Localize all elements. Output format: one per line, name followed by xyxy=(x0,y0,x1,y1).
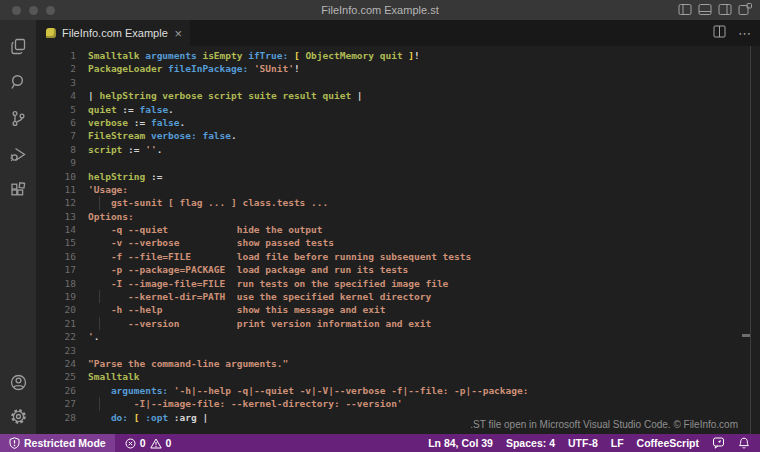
line-text: script := ''. xyxy=(76,143,162,156)
line-number: 2 xyxy=(36,62,76,75)
line-number: 19 xyxy=(36,290,76,303)
line-number: 6 xyxy=(36,116,76,129)
status-bar: Restricted Mode 0 0 Ln 84, Col 39 Spaces… xyxy=(0,434,760,452)
line-number: 25 xyxy=(36,370,76,383)
line-text: --kernel-dir=PATH use the specified kern… xyxy=(76,290,431,303)
line-number: 7 xyxy=(36,129,76,142)
code-line[interactable]: 13Options: xyxy=(36,210,760,223)
code-line[interactable]: 25Smalltalk xyxy=(36,370,760,383)
code-line[interactable]: 2PackageLoader fileInPackage: 'SUnit'! xyxy=(36,62,760,75)
code-editor[interactable]: 1Smalltalk arguments isEmpty ifTrue: [ O… xyxy=(36,46,760,434)
code-line[interactable]: 16 -f --file=FILE load file before runni… xyxy=(36,250,760,263)
line-number: 24 xyxy=(36,357,76,370)
line-text: --version print version information and … xyxy=(76,317,431,330)
tab-close-icon[interactable]: × xyxy=(174,27,182,40)
source-control-icon[interactable] xyxy=(6,106,30,130)
indent-guide xyxy=(99,397,100,410)
line-text: -I --image-file=FILE run tests on the sp… xyxy=(76,277,448,290)
line-text: quiet := false. xyxy=(76,103,174,116)
notifications-bell-icon[interactable] xyxy=(738,437,750,450)
run-and-debug-icon[interactable] xyxy=(6,142,30,166)
line-text: -q --quiet hide the output xyxy=(76,223,323,236)
zoom-window-button[interactable] xyxy=(46,6,55,15)
line-number: 23 xyxy=(36,344,76,357)
error-icon xyxy=(125,438,136,449)
code-line[interactable]: 12 gst-sunit [ flag ... ] class.tests ..… xyxy=(36,196,760,209)
overview-ruler-marker xyxy=(742,334,750,337)
activity-bar xyxy=(0,20,36,434)
smalltalk-file-icon xyxy=(46,28,56,38)
line-number: 9 xyxy=(36,156,76,169)
line-text xyxy=(76,344,88,357)
line-number: 4 xyxy=(36,89,76,102)
explorer-icon[interactable] xyxy=(6,34,30,58)
code-line[interactable]: 10helpString := xyxy=(36,170,760,183)
code-line[interactable]: 19 --kernel-dir=PATH use the specified k… xyxy=(36,290,760,303)
code-line[interactable]: 21 --version print version information a… xyxy=(36,317,760,330)
line-text: helpString := xyxy=(76,170,162,183)
line-text: Options: xyxy=(76,210,134,223)
line-number: 12 xyxy=(36,196,76,209)
line-number: 13 xyxy=(36,210,76,223)
indent-guide xyxy=(99,317,100,330)
eol-status[interactable]: LF xyxy=(611,437,624,449)
line-text: '. xyxy=(76,330,99,343)
line-number: 28 xyxy=(36,411,76,424)
code-line[interactable]: 20 -h --help show this message and exit xyxy=(36,303,760,316)
restricted-mode-badge[interactable]: Restricted Mode xyxy=(0,434,115,452)
code-line[interactable]: 8script := ''. xyxy=(36,143,760,156)
line-number: 16 xyxy=(36,250,76,263)
code-line[interactable]: 18 -I --image-file=FILE run tests on the… xyxy=(36,277,760,290)
line-text: Smalltalk xyxy=(76,370,139,383)
code-line[interactable]: 23 xyxy=(36,344,760,357)
more-actions-icon[interactable]: ⋯ xyxy=(738,26,752,41)
code-line[interactable]: 14 -q --quiet hide the output xyxy=(36,223,760,236)
code-line[interactable]: 7FileStream verbose: false. xyxy=(36,129,760,142)
code-line[interactable]: 22'. xyxy=(36,330,760,343)
code-line[interactable]: 15 -v --verbose show passed tests xyxy=(36,236,760,249)
error-count: 0 xyxy=(140,437,146,449)
code-line[interactable]: 26 arguments: '-h|--help -q|--quiet -v|-… xyxy=(36,384,760,397)
code-line[interactable]: 9 xyxy=(36,156,760,169)
encoding-status[interactable]: UTF-8 xyxy=(568,437,598,449)
line-number: 5 xyxy=(36,103,76,116)
code-line[interactable]: 27 -I|--image-file: --kernel-directory: … xyxy=(36,397,760,410)
account-icon[interactable] xyxy=(6,370,30,394)
code-line[interactable]: 1Smalltalk arguments isEmpty ifTrue: [ O… xyxy=(36,49,760,62)
customize-layout-icon[interactable] xyxy=(738,3,752,16)
editor-region: FileInfo.com Example.st × ⋯ 1Smalltalk a… xyxy=(36,20,760,434)
line-text: arguments: '-h|--help -q|--quiet -v|-V|-… xyxy=(76,384,528,397)
line-number: 20 xyxy=(36,303,76,316)
settings-gear-icon[interactable] xyxy=(6,404,30,428)
indentation-status[interactable]: Spaces: 4 xyxy=(506,437,555,449)
toggle-primary-sidebar-icon[interactable] xyxy=(678,3,692,16)
line-text: -v --verbose show passed tests xyxy=(76,236,334,249)
line-number: 11 xyxy=(36,183,76,196)
minimize-window-button[interactable] xyxy=(29,6,38,15)
search-icon[interactable] xyxy=(6,70,30,94)
tab-label: FileInfo.com Example.st xyxy=(62,27,168,39)
code-line[interactable]: 17 -p --package=PACKAGE load package and… xyxy=(36,263,760,276)
close-window-button[interactable] xyxy=(12,6,21,15)
code-line[interactable]: 24"Parse the command-line arguments." xyxy=(36,357,760,370)
extensions-icon[interactable] xyxy=(6,178,30,202)
code-line[interactable]: 3 xyxy=(36,76,760,89)
cursor-position-status[interactable]: Ln 84, Col 39 xyxy=(428,437,493,449)
code-line[interactable]: 4| helpString verbose script suite resul… xyxy=(36,89,760,102)
tab-fileinfo-example[interactable]: FileInfo.com Example.st × xyxy=(36,20,190,46)
split-editor-icon[interactable] xyxy=(713,24,726,42)
feedback-icon[interactable] xyxy=(712,437,725,449)
language-mode-status[interactable]: CoffeeScript xyxy=(637,437,699,449)
scrollbar[interactable] xyxy=(750,46,751,434)
window-title: FileInfo.com Example.st xyxy=(0,4,760,16)
line-text: do: [ :opt :arg | xyxy=(76,411,208,424)
toggle-panel-icon[interactable] xyxy=(698,3,712,16)
code-line[interactable]: 11'Usage: xyxy=(36,183,760,196)
code-line[interactable]: 5quiet := false. xyxy=(36,103,760,116)
code-line[interactable]: 6verbose := false. xyxy=(36,116,760,129)
line-number: 27 xyxy=(36,397,76,410)
problems-status[interactable]: 0 0 xyxy=(125,437,172,449)
vscode-window: FileInfo.com Example.st xyxy=(0,0,760,452)
toggle-secondary-sidebar-icon[interactable] xyxy=(718,3,732,16)
warning-icon xyxy=(150,438,162,449)
